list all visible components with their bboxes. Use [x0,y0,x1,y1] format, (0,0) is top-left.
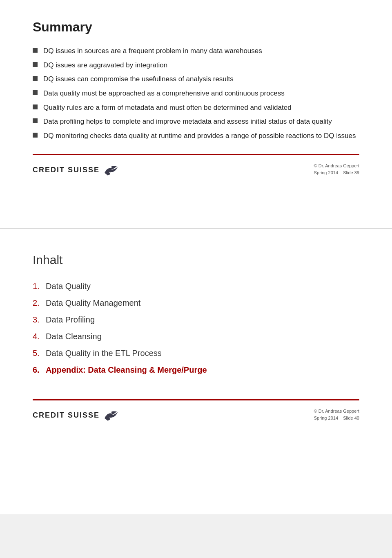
bullet-text-1: DQ issues in sources are a frequent prob… [43,46,262,56]
bullet-item-4: Data quality must be approached as a com… [33,89,359,99]
slide-2-copyright: © Dr. Andreas Geppert [314,409,359,413]
toc-label-5: Data Quality in the ETL Process [46,349,162,358]
toc-item-3: 3. Data Profiling [33,315,359,325]
bullet-item-5: Quality rules are a form of metadata and… [33,103,359,113]
bullet-item-3: DQ issues can compromise the usefullness… [33,74,359,84]
bullet-square-5 [33,104,38,109]
bullet-square-6 [33,118,38,123]
bullet-list: DQ issues in sources are a frequent prob… [33,46,359,141]
bullet-square-4 [33,90,38,95]
slide-2-title: Inhalt [33,253,359,267]
bullet-text-4: Data quality must be approached as a com… [43,89,285,99]
slide-1-footer-info: © Dr. Andreas Geppert Spring 2014 Slide … [314,162,359,176]
toc-num-6: 6. [33,365,46,375]
slide-1-slide-num: Slide 39 [343,170,359,175]
bullet-text-5: Quality rules are a form of metadata and… [43,103,292,113]
toc-label-6: Appendix: Data Cleansing & Merge/Purge [46,365,207,375]
slide-1-title: Summary [33,20,359,35]
toc-list: 1. Data Quality2. Data Quality Managemen… [33,282,359,375]
toc-num-1: 1. [33,282,46,291]
toc-num-3: 3. [33,315,46,325]
bullet-text-3: DQ issues can compromise the usefullness… [43,74,234,84]
slide-2-footer: CREDIT SUISSE © Dr. Andreas Geppert Spri… [33,399,359,427]
toc-item-6: 6. Appendix: Data Cleansing & Merge/Purg… [33,365,359,375]
cs-bird-icon-2 [103,409,118,421]
slide-1-copyright: © Dr. Andreas Geppert [314,163,359,168]
bullet-square-1 [33,48,38,53]
toc-label-2: Data Quality Management [46,298,140,308]
toc-label-3: Data Profiling [46,315,95,325]
credit-suisse-logo-1: CREDIT SUISSE [33,164,118,176]
toc-num-2: 2. [33,298,46,308]
toc-num-4: 4. [33,332,46,341]
bullet-text-7: DQ monitoring checks data quality at run… [43,131,356,141]
bullet-text-2: DQ issues are aggravated by integration [43,60,167,71]
cs-logo-text-2: CREDIT SUISSE [33,411,100,420]
toc-item-5: 5. Data Quality in the ETL Process [33,349,359,358]
bullet-square-3 [33,76,38,81]
bullet-item-1: DQ issues in sources are a frequent prob… [33,46,359,56]
bullet-text-6: Data profiling helps to complete and imp… [43,117,332,127]
bullet-item-2: DQ issues are aggravated by integration [33,60,359,71]
bullet-item-7: DQ monitoring checks data quality at run… [33,131,359,141]
slide-2-semester: Spring 2014 [314,416,338,420]
toc-label-4: Data Cleansing [46,332,102,341]
slide-2-footer-info: © Dr. Andreas Geppert Spring 2014 Slide … [314,408,359,421]
toc-num-5: 5. [33,349,46,358]
toc-item-4: 4. Data Cleansing [33,332,359,341]
bullet-square-7 [33,133,38,138]
slide-1-footer: CREDIT SUISSE © Dr. Andreas Geppert Spri… [33,154,359,182]
toc-item-2: 2. Data Quality Management [33,298,359,308]
bullet-item-6: Data profiling helps to complete and imp… [33,117,359,127]
slide-2-slide-num: Slide 40 [343,416,359,420]
cs-bird-icon-1 [103,164,118,176]
toc-item-1: 1. Data Quality [33,282,359,291]
cs-logo-text-1: CREDIT SUISSE [33,166,100,174]
bullet-square-2 [33,62,38,67]
slide-1-semester: Spring 2014 [314,170,338,175]
slide-2: Inhalt 1. Data Quality2. Data Quality Ma… [0,229,392,514]
credit-suisse-logo-2: CREDIT SUISSE [33,409,118,421]
toc-label-1: Data Quality [46,282,91,291]
slide-1: Summary DQ issues in sources are a frequ… [0,0,392,229]
